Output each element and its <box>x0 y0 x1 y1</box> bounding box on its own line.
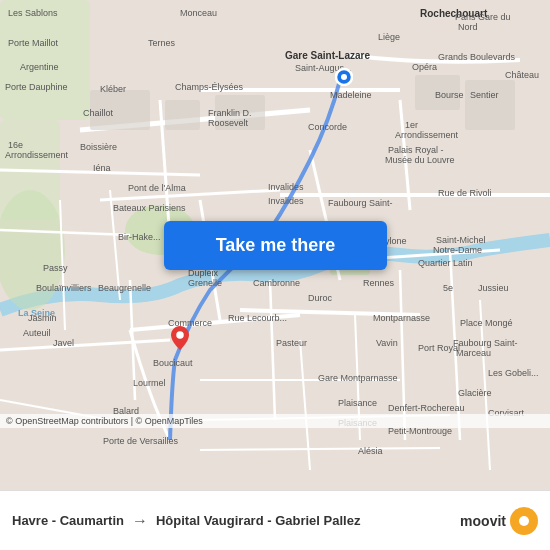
label-les-gobel: Les Gobeli... <box>488 368 539 378</box>
label-saint-michel: Saint-Michel <box>436 235 486 245</box>
label-faubourg-saint: Faubourg Saint- <box>328 198 393 208</box>
label-beaugrenelle: Beaugrenelle <box>98 283 151 293</box>
label-denfert: Denfert-Rochereau <box>388 403 465 413</box>
label-porte-versailles: Porte de Versailles <box>103 436 178 446</box>
label-paris-gare-nord2: Nord <box>458 22 478 32</box>
label-pasteur: Pasteur <box>276 338 307 348</box>
destination-marker <box>168 326 192 350</box>
svg-rect-1 <box>0 0 90 120</box>
label-bourse: Bourse <box>435 90 464 100</box>
moovit-logo-dot <box>510 507 538 535</box>
label-faubourg-saint2: Faubourg Saint- <box>453 338 518 348</box>
label-vavin: Vavin <box>376 338 398 348</box>
moovit-logo: moovit <box>460 507 538 535</box>
label-rue-rivoli: Rue de Rivoli <box>438 188 492 198</box>
label-champs-elysees: Champs-Élysées <box>175 82 243 92</box>
label-paris-gare-nord1: Paris Gare du <box>455 12 511 22</box>
label-franklin: Franklin D. <box>208 108 252 118</box>
take-me-there-button[interactable]: Take me there <box>164 221 387 270</box>
moovit-logo-dot-inner <box>519 516 529 526</box>
label-bir-hakeim: Bir-Hake... <box>118 232 161 242</box>
label-invalides1: Invalides <box>268 182 304 192</box>
label-arrondissement: Arrondissement <box>395 130 458 140</box>
svg-rect-7 <box>165 100 200 130</box>
label-pont-alma: Pont de l'Alma <box>128 183 186 193</box>
label-notre-dame: Notre-Dame <box>433 245 482 255</box>
label-kleber: Kléber <box>100 84 126 94</box>
label-5e: 5e <box>443 283 453 293</box>
label-boulainvilliers: Boulaïnvilliers <box>36 283 92 293</box>
label-porte-maillot: Porte Maillot <box>8 38 58 48</box>
label-grenelle: Grenelle <box>188 278 222 288</box>
label-porte-dauphine: Porte Dauphine <box>5 82 68 92</box>
origin-marker <box>335 68 353 86</box>
label-16e-arr: Arrondissement <box>5 150 68 160</box>
label-roosevelt: Roosevelt <box>208 118 248 128</box>
label-duroc: Duroc <box>308 293 332 303</box>
label-gare-montparnasse: Gare Montparnasse <box>318 373 398 383</box>
label-invalides2: Invalides <box>268 196 304 206</box>
destination-station: Hôpital Vaugirard - Gabriel Pallez <box>156 513 460 528</box>
label-place-monge: Place Mongé <box>460 318 513 328</box>
label-bateaux: Bateaux Parisiens <box>113 203 186 213</box>
bottom-bar: Havre - Caumartin → Hôpital Vaugirard - … <box>0 490 550 550</box>
label-cambronne: Cambronne <box>253 278 300 288</box>
label-sentier: Sentier <box>470 90 499 100</box>
label-grands-boulevards: Grands Boulevards <box>438 52 515 62</box>
label-opera: Opéra <box>412 62 437 72</box>
label-quartier-latin: Quartier Latin <box>418 258 473 268</box>
label-concorde: Concorde <box>308 122 347 132</box>
label-rue-lecourbe: Rue Lecourb... <box>228 313 287 323</box>
label-jasmin: Jasmin <box>28 313 57 323</box>
label-chaillot: Chaillot <box>83 108 113 118</box>
map-container: Château Les Sablons Monceau Rochechouart… <box>0 0 550 490</box>
direction-arrow-icon: → <box>132 512 148 530</box>
svg-rect-10 <box>465 80 515 130</box>
origin-station: Havre - Caumartin <box>12 513 124 528</box>
label-passy: Passy <box>43 263 68 273</box>
label-monceau: Monceau <box>180 8 217 18</box>
label-boissiere: Boissière <box>80 142 117 152</box>
label-javel: Javel <box>53 338 74 348</box>
label-iena: Iéna <box>93 163 111 173</box>
label-argentine: Argentine <box>20 62 59 72</box>
svg-text:Château: Château <box>505 70 539 80</box>
label-1er: 1er <box>405 120 418 130</box>
label-liege: Liège <box>378 32 400 42</box>
label-montparnasse: Montparnasse <box>373 313 430 323</box>
map-attribution: © OpenStreetMap contributors | © OpenMap… <box>0 414 550 428</box>
svg-point-14 <box>176 331 184 339</box>
label-plaisance1: Plaisance <box>338 398 377 408</box>
label-marceau: Marceau <box>456 348 491 358</box>
label-madeleine: Madeleine <box>330 90 372 100</box>
svg-point-13 <box>341 74 347 80</box>
label-auteuil: Auteuil <box>23 328 51 338</box>
label-gare-saint-lazare: Gare Saint-Lazare <box>285 50 370 61</box>
label-lourmel: Lourmel <box>133 378 166 388</box>
label-rennes: Rennes <box>363 278 394 288</box>
label-musee-louvre: Musée du Louvre <box>385 155 455 165</box>
label-alesia: Alésia <box>358 446 383 456</box>
label-jussieu: Jussieu <box>478 283 509 293</box>
label-les-sablons: Les Sablons <box>8 8 58 18</box>
moovit-brand-text: moovit <box>460 513 506 529</box>
label-ternes: Ternes <box>148 38 175 48</box>
label-boucicaut: Boucicaut <box>153 358 193 368</box>
label-glaciere: Glacière <box>458 388 492 398</box>
label-palais-royal: Palais Royal - <box>388 145 444 155</box>
label-16e: 16e <box>8 140 23 150</box>
